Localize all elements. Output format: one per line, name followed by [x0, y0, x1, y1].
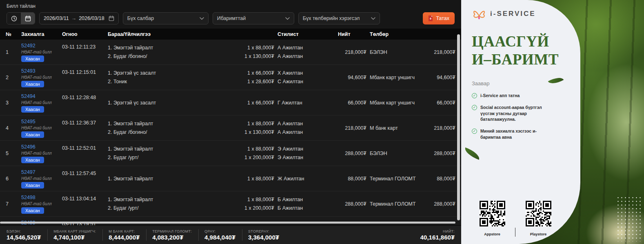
horizontal-scrollbar[interactable]	[0, 222, 455, 224]
table-row[interactable]: 5 52496 НӨАТ-тай билл Хаасан 03-11 12:52…	[0, 141, 461, 166]
item-list: 1. Эмэгтэй тайралт2. Будаг /урт/	[108, 191, 219, 216]
stylist-list: А АжилтанА Ажилтан	[278, 115, 335, 140]
header-total: Нийт	[338, 31, 366, 37]
row-total: 218,000₮	[338, 115, 366, 140]
summary-value: 4,083,200₮	[152, 234, 192, 241]
status-badge: Хаасан	[21, 157, 44, 163]
summary-value: 4,984,040₮	[204, 234, 235, 241]
bill-type-label: НӨАТ-тай билл	[21, 202, 59, 206]
order-link[interactable]: 52492	[21, 43, 59, 49]
summary-value: 14,546,520₮	[7, 234, 41, 241]
header-stylist: Стилист	[278, 31, 335, 37]
table-row[interactable]: 3 52494 НӨАТ-тай билл Хаасан 03-11 12:28…	[0, 90, 461, 115]
toolbar: 2026/03/11 → 2026/03/18 Бүх салбар Ибари…	[0, 9, 461, 29]
row-number: 5	[6, 141, 18, 166]
item-list: 1. Эмэгтэй тайралт2. Будаг /богино/	[108, 115, 219, 140]
item-line: 1. Эмэгтэй тайралт	[108, 197, 219, 202]
qr-divider	[515, 228, 515, 237]
order-link[interactable]: 52495	[21, 119, 59, 124]
summary-label: МБАНК КАРТ УНШИГЧ:	[53, 229, 96, 233]
payment-method: Мбанк карт уншигч	[370, 90, 420, 115]
promo-heading: ЦААСГҮЙ И–БАРИМТ	[472, 33, 570, 68]
row-amount: 66,000₮	[424, 90, 455, 115]
stylist-line: А Ажилтан	[278, 45, 335, 51]
status-badge: Хаасан	[21, 131, 44, 138]
stylist-line: Х Ажилтан	[278, 70, 335, 76]
branch-select[interactable]: Бүх салбар	[123, 12, 209, 24]
order-cell: 52493 НӨАТ-тай билл Хаасан	[21, 65, 59, 90]
price-list: 1 x 150,000₮	[222, 217, 274, 225]
payment-method: Терминал ГОЛОМТ	[370, 166, 420, 191]
order-link[interactable]: 52497	[21, 169, 59, 175]
summary-label: QPAY:	[204, 229, 235, 233]
summary-label: STOREPAY:	[248, 229, 279, 233]
bill-type-label: НӨАТ-тай билл	[21, 50, 59, 54]
qr-row: Appstore Playstore	[473, 201, 557, 237]
item-line: 1. Эрэгтэй үс засалт	[108, 70, 219, 76]
order-link[interactable]: 52493	[21, 68, 59, 74]
check-circle-icon	[472, 93, 477, 98]
order-link[interactable]: 52496	[21, 144, 59, 150]
grand-total-value: 40,161,860₮	[420, 234, 455, 241]
price-list: 1 x 88,000₮1 x 200,000₮	[222, 141, 274, 166]
dot-pattern-decoration	[616, 196, 642, 242]
row-amount: 218,000₮	[424, 115, 455, 140]
header-no: №	[6, 31, 18, 37]
price-line: 1 x 66,000₮	[247, 100, 274, 106]
payment-method: БЭЛЭН	[370, 141, 420, 166]
table-row[interactable]: 2 52493 НӨАТ-тай билл Хаасан 03-11 12:15…	[0, 65, 461, 90]
summary-label: БЭЛЭН:	[7, 229, 41, 233]
table-row[interactable]: 1 52492 НӨАТ-тай билл Хаасан 03-11 12:11…	[0, 40, 461, 65]
date-range-input[interactable]: 2026/03/11 → 2026/03/18	[39, 12, 119, 24]
stylist-line: Ж Ажилтан	[278, 176, 335, 182]
download-file-icon	[428, 16, 433, 21]
date-range-arrow: →	[71, 16, 77, 21]
calendar-icon	[25, 16, 31, 22]
calendar-view-button[interactable]	[21, 13, 35, 24]
row-number: 3	[6, 90, 18, 115]
clock-icon	[11, 16, 17, 22]
ebarimt-select[interactable]: Ибаримттай	[213, 12, 294, 24]
promo-heading-line2: И–БАРИМТ	[472, 51, 570, 69]
row-amount: 288,000₮	[424, 141, 455, 166]
item-list: 1. Эрэгтэй үс засалт2. Тоник	[108, 65, 219, 90]
step-text: i-Service апп татна	[480, 93, 520, 99]
price-line: 1 x 88,000₮	[247, 45, 274, 51]
order-cell: 52494 НӨАТ-тай билл Хаасан	[21, 90, 59, 115]
stylist-list: А АжилтанА Ажилтан	[278, 40, 335, 64]
promo-heading-line1: ЦААСГҮЙ	[472, 33, 570, 51]
download-button[interactable]: Татах	[423, 12, 455, 24]
brand-logo: i-SERVICE	[472, 7, 570, 20]
step-text: Миний захиалга хэсгээс и-баримтаа авна	[480, 128, 555, 140]
stylist-line: А Ажилтан	[278, 53, 335, 59]
stylist-line: А Ажилтан	[278, 121, 335, 126]
clock-view-button[interactable]	[7, 13, 21, 24]
table-row[interactable]: 8 52499 НӨАТ-тай билл Хаасан 03-11 13:19…	[0, 217, 461, 225]
order-link[interactable]: 52498	[21, 195, 59, 200]
item-list: 1. Эмэгтэй тайралт	[108, 166, 219, 191]
item-line: 2. Будаг /урт/	[108, 205, 219, 211]
stylist-list: С Ажилтан	[278, 217, 335, 225]
order-link[interactable]: 52494	[21, 93, 59, 99]
table-row[interactable]: 6 52497 НӨАТ-тай билл Хаасан 03-11 12:57…	[0, 166, 461, 191]
status-badge: Хаасан	[21, 106, 44, 113]
table-row[interactable]: 4 52495 НӨАТ-тай билл Хаасан 03-11 12:36…	[0, 115, 461, 141]
row-total: 94,600₮	[338, 65, 366, 90]
price-list: 1 x 88,000₮1 x 130,000₮	[222, 115, 274, 140]
stylist-line: Г Ажилтан	[278, 100, 335, 106]
vertical-scrollbar[interactable]	[457, 34, 460, 220]
summary-item: ТЕРМИНАЛ ГОЛОМТ: 4,083,200₮	[146, 229, 198, 241]
payment-type-select[interactable]: Бүх төлбөрийн хэрэгсэл	[298, 12, 380, 24]
stylist-line: Б Ажилтан	[278, 197, 335, 202]
status-badge: Хаасан	[21, 81, 44, 87]
chevron-down-icon	[285, 17, 290, 20]
order-datetime: 03-11 12:28:48	[62, 90, 104, 115]
price-list: 1 x 88,000₮	[222, 166, 274, 191]
payment-method: М банк карт	[370, 217, 420, 225]
price-line: 1 x 200,000₮	[244, 155, 274, 160]
row-amount: 88,000₮	[424, 166, 455, 191]
order-cell: 52497 НӨАТ-тай билл Хаасан	[21, 166, 59, 191]
bill-type-label: НӨАТ-тай билл	[21, 151, 59, 155]
row-number: 2	[6, 65, 18, 90]
table-row[interactable]: 7 52498 НӨАТ-тай билл Хаасан 03-11 13:04…	[0, 191, 461, 217]
